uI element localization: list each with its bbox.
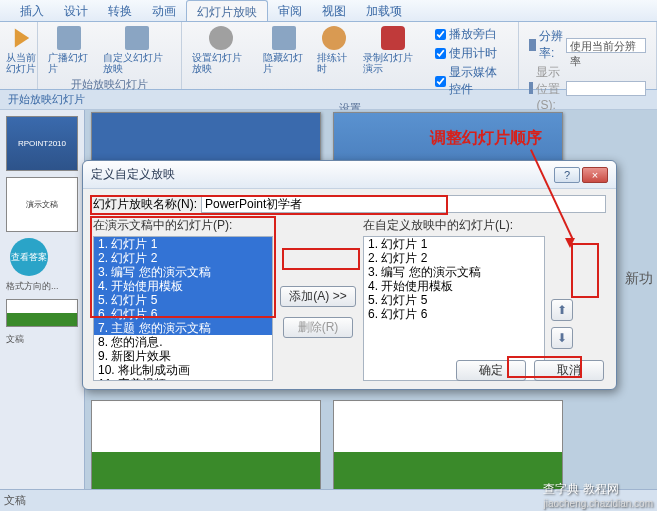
list-item[interactable]: 4. 开始使用模板: [94, 279, 272, 293]
list-item[interactable]: 7. 主题 您的演示文稿: [94, 321, 272, 335]
list-item[interactable]: 6. 幻灯片 6: [94, 307, 272, 321]
annotation-text: 调整幻灯片顺序: [430, 128, 542, 149]
resolution-row: 分辨率:使用当前分辨率: [529, 28, 646, 62]
tab-review[interactable]: 审阅: [268, 0, 312, 21]
side-text-2: 文稿: [6, 333, 78, 346]
list-item[interactable]: 5. 幻灯片 5: [94, 293, 272, 307]
move-up-button[interactable]: ⬆: [551, 299, 573, 321]
list-item[interactable]: 5. 幻灯片 5: [364, 293, 544, 307]
bottom-label: 文稿: [4, 493, 26, 508]
tab-insert[interactable]: 插入: [10, 0, 54, 21]
showon-combo[interactable]: [566, 81, 646, 96]
list-item[interactable]: 4. 开始使用模板: [364, 279, 544, 293]
side-text-1: 格式方向的...: [6, 280, 78, 293]
showon-row: 显示位置(S):: [529, 64, 646, 112]
remove-button[interactable]: 删除(R): [283, 317, 353, 338]
list-item[interactable]: 6. 幻灯片 6: [364, 307, 544, 321]
side-thumb-2[interactable]: 演示文稿: [6, 177, 78, 232]
group-setup: 设置幻灯片放映 隐藏幻灯片 排练计时 录制幻灯片演示 播放旁白 使用计时 显示媒…: [182, 22, 519, 89]
watermark: 查字典 教程网 jiaocheng.chazidian.com: [543, 481, 653, 509]
dialog-titlebar[interactable]: 定义自定义放映 ? ×: [83, 161, 616, 189]
help-button[interactable]: ?: [554, 167, 580, 183]
list-item[interactable]: 1. 幻灯片 1: [94, 237, 272, 251]
monitor-icon: [529, 39, 536, 51]
tab-addins[interactable]: 加载项: [356, 0, 412, 21]
side-thumb-1[interactable]: RPOINT2010: [6, 116, 78, 171]
left-list-label: 在演示文稿中的幻灯片(P):: [93, 217, 273, 234]
list-item[interactable]: 10. 将此制成动画: [94, 363, 272, 377]
record-label: 录制幻灯片演示: [363, 52, 422, 74]
annotation-arrow-head: [565, 238, 575, 248]
new-feature-label: 新功: [625, 270, 653, 288]
list-item[interactable]: 3. 编写 您的演示文稿: [94, 265, 272, 279]
side-thumb-3[interactable]: [6, 299, 78, 327]
broadcast-button[interactable]: 广播幻灯片: [44, 24, 95, 76]
tab-animation[interactable]: 动画: [142, 0, 186, 21]
list-item[interactable]: 9. 新图片效果: [94, 349, 272, 363]
list-item[interactable]: 8. 您的消息.: [94, 335, 272, 349]
hide-button[interactable]: 隐藏幻灯片: [259, 24, 309, 100]
custom-show-label: 自定义幻灯片放映: [103, 52, 171, 74]
gear-icon: [209, 26, 233, 50]
record-icon: [381, 26, 405, 50]
setup-options: 播放旁白 使用计时 显示媒体控件: [431, 24, 512, 100]
define-custom-show-dialog: 定义自定义放映 ? × 幻灯片放映名称(N): 在演示文稿中的幻灯片(P): 1…: [82, 160, 617, 390]
move-down-button[interactable]: ⬇: [551, 327, 573, 349]
ribbon-body: 从当前幻灯片 广播幻灯片 自定义幻灯片放映 开始放映幻灯片 设置幻灯片放映 隐藏…: [0, 22, 657, 90]
close-button[interactable]: ×: [582, 167, 608, 183]
monitor2-icon: [529, 82, 534, 94]
cancel-button[interactable]: 取消: [534, 360, 604, 381]
setup-button[interactable]: 设置幻灯片放映: [188, 24, 255, 100]
media-checkbox[interactable]: 显示媒体控件: [435, 64, 508, 98]
narration-checkbox[interactable]: 播放旁白: [435, 26, 508, 43]
hide-label: 隐藏幻灯片: [263, 52, 305, 74]
projector-icon: [57, 26, 81, 50]
slideshow-name-input[interactable]: [201, 195, 606, 213]
group-start2: 广播幻灯片 自定义幻灯片放映 开始放映幻灯片: [38, 22, 182, 89]
watermark-main: 查字典 教程网: [543, 481, 653, 498]
right-list-label: 在自定义放映中的幻灯片(L):: [363, 217, 545, 234]
resolution-combo[interactable]: 使用当前分辨率: [566, 38, 646, 53]
from-current-label: 从当前幻灯片: [6, 52, 38, 74]
list-item[interactable]: 1. 幻灯片 1: [364, 237, 544, 251]
rehearse-label: 排练计时: [317, 52, 351, 74]
clock-icon: [322, 26, 346, 50]
side-badge[interactable]: 查看答案: [10, 238, 48, 276]
tab-slideshow[interactable]: 幻灯片放映: [186, 0, 268, 21]
tab-transition[interactable]: 转换: [98, 0, 142, 21]
list-item[interactable]: 2. 幻灯片 2: [364, 251, 544, 265]
ribbon-tabs: 插入 设计 转换 动画 幻灯片放映 审阅 视图 加载项: [0, 0, 657, 22]
rehearse-button[interactable]: 排练计时: [313, 24, 355, 100]
watermark-sub: jiaocheng.chazidian.com: [543, 498, 653, 509]
group-monitor: 分辨率:使用当前分辨率 显示位置(S): 使用演示者视图 监视器: [519, 22, 657, 89]
group-start-label: 开始放映幻灯片: [44, 76, 175, 93]
tab-design[interactable]: 设计: [54, 0, 98, 21]
add-button[interactable]: 添加(A) >>: [280, 286, 355, 307]
slide-green-1[interactable]: [91, 400, 321, 495]
setup-label: 设置幻灯片放映: [192, 52, 251, 74]
tab-view[interactable]: 视图: [312, 0, 356, 21]
play-icon: [10, 26, 34, 50]
from-current-button[interactable]: 从当前幻灯片: [2, 24, 42, 87]
slide-green-2[interactable]: [333, 400, 563, 495]
list-item[interactable]: 11. 完美视频: [94, 377, 272, 381]
name-label: 幻灯片放映名称(N):: [93, 196, 197, 213]
presentation-slides-listbox[interactable]: 1. 幻灯片 12. 幻灯片 23. 编写 您的演示文稿4. 开始使用模板5. …: [93, 236, 273, 381]
list-item[interactable]: 3. 编写 您的演示文稿: [364, 265, 544, 279]
dialog-body: 幻灯片放映名称(N): 在演示文稿中的幻灯片(P): 1. 幻灯片 12. 幻灯…: [83, 189, 616, 387]
broadcast-label: 广播幻灯片: [48, 52, 91, 74]
record-button[interactable]: 录制幻灯片演示: [359, 24, 426, 100]
custom-show-button[interactable]: 自定义幻灯片放映: [99, 24, 175, 76]
dialog-title: 定义自定义放映: [91, 166, 175, 183]
list-item[interactable]: 2. 幻灯片 2: [94, 251, 272, 265]
timings-checkbox[interactable]: 使用计时: [435, 45, 508, 62]
slide-thumbnails-panel: RPOINT2010 演示文稿 查看答案 格式方向的... 文稿: [0, 110, 85, 511]
hide-icon: [272, 26, 296, 50]
ok-button[interactable]: 确定: [456, 360, 526, 381]
custom-icon: [125, 26, 149, 50]
group-start-slideshow: 从当前幻灯片: [0, 22, 38, 89]
